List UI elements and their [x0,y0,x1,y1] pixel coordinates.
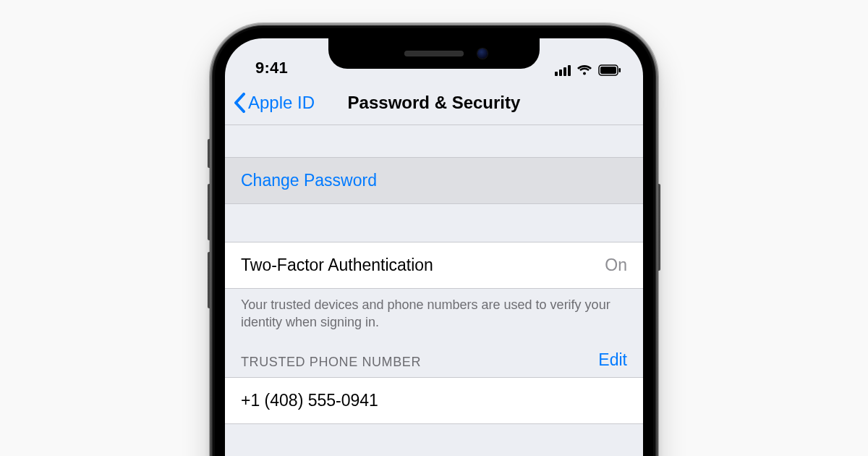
two-factor-row[interactable]: Two-Factor Authentication On [225,242,643,289]
back-button-label: Apple ID [248,93,315,113]
edit-trusted-button[interactable]: Edit [598,350,627,370]
speaker-grille [404,51,464,56]
change-password-row[interactable]: Change Password [225,157,643,204]
status-time: 9:41 [255,59,288,77]
change-password-label: Change Password [241,171,377,190]
svg-rect-2 [619,68,621,72]
cellular-signal-icon [555,64,571,76]
two-factor-label: Two-Factor Authentication [241,256,433,275]
svg-rect-1 [600,67,616,74]
nav-bar: Apple ID Password & Security [225,80,643,125]
wifi-icon [576,64,592,76]
device-frame: 9:41 [210,23,658,456]
screen: 9:41 [225,38,643,456]
back-button[interactable]: Apple ID [225,93,315,113]
two-factor-value: On [605,256,627,275]
device-notch [328,38,540,69]
battery-icon [598,64,621,76]
trusted-phone-header: TRUSTED PHONE NUMBER [241,355,421,370]
two-factor-footer: Your trusted devices and phone numbers a… [225,289,643,332]
chevron-left-icon [234,93,247,113]
front-camera [477,48,488,59]
trusted-phone-number: +1 (408) 555-0941 [241,391,378,410]
content-scroll[interactable]: Change Password Two-Factor Authenticatio… [225,125,643,456]
trusted-phone-row[interactable]: +1 (408) 555-0941 [225,377,643,424]
